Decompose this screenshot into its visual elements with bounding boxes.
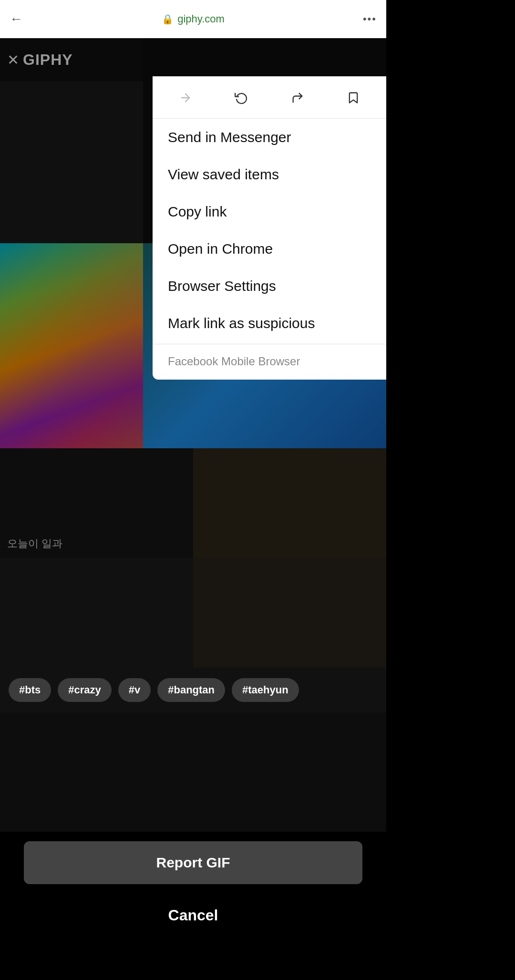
content-grid: 오늘이 일과: [0, 448, 386, 668]
report-gif-button[interactable]: Report GIF: [24, 841, 362, 884]
grid-cell-5: [0, 712, 386, 832]
menu-item-view-saved[interactable]: View saved items: [153, 156, 386, 193]
menu-divider: [153, 344, 386, 344]
dropdown-menu: Send in Messenger View saved items Copy …: [153, 76, 386, 380]
grid-cell-4: [193, 558, 386, 668]
menu-item-mark-suspicious[interactable]: Mark link as suspicious: [153, 305, 386, 342]
grid-cell-3: [0, 558, 193, 668]
url-area: 🔒 giphy.com: [162, 13, 225, 25]
grid-cell-2: [193, 448, 386, 558]
tag-bts[interactable]: #bts: [9, 678, 51, 702]
back-button[interactable]: ←: [10, 11, 23, 27]
menu-footer: Facebook Mobile Browser: [153, 346, 386, 380]
tag-taehyun[interactable]: #taehyun: [232, 678, 299, 702]
more-button[interactable]: •••: [363, 13, 377, 25]
tag-bangtan[interactable]: #bangtan: [157, 678, 225, 702]
dropdown-toolbar: [153, 76, 386, 119]
menu-item-send-messenger[interactable]: Send in Messenger: [153, 119, 386, 156]
lock-icon: 🔒: [162, 13, 174, 25]
grid-row-3: [0, 712, 386, 832]
tag-crazy[interactable]: #crazy: [58, 678, 112, 702]
cancel-button[interactable]: Cancel: [24, 894, 362, 937]
tags-row: #bts #crazy #v #bangtan #taehyun: [0, 668, 386, 712]
reload-button[interactable]: [229, 86, 253, 110]
dropdown-items: Send in Messenger View saved items Copy …: [153, 119, 386, 342]
url-text: giphy.com: [177, 13, 225, 25]
gif-area: ✕ GIPHY: [0, 38, 386, 448]
grid-row-2: [0, 558, 386, 668]
forward-button[interactable]: [174, 86, 197, 110]
tag-v[interactable]: #v: [118, 678, 151, 702]
address-bar: ← 🔒 giphy.com •••: [0, 0, 386, 38]
bookmark-button[interactable]: [341, 86, 365, 110]
share-button[interactable]: [286, 86, 309, 110]
menu-item-open-chrome[interactable]: Open in Chrome: [153, 230, 386, 268]
grid-cell-1-text: 오늘이 일과: [7, 536, 62, 551]
grid-row-1: 오늘이 일과: [0, 448, 386, 558]
grid-cell-1: 오늘이 일과: [0, 448, 193, 558]
menu-item-copy-link[interactable]: Copy link: [153, 193, 386, 230]
main-content: ✕ GIPHY: [0, 38, 386, 937]
menu-item-browser-settings[interactable]: Browser Settings: [153, 268, 386, 305]
